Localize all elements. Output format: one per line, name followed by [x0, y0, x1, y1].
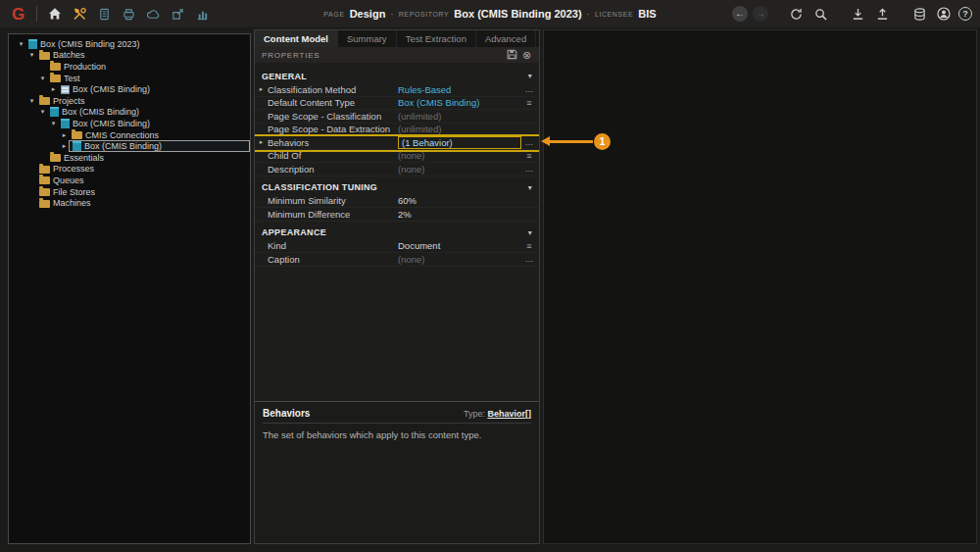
- home-button[interactable]: [45, 4, 65, 24]
- tree-item-essentials[interactable]: Essentials: [9, 152, 250, 164]
- expander-icon[interactable]: ▸: [60, 142, 69, 150]
- tree-item-processes[interactable]: Processes: [9, 164, 250, 176]
- property-label: Kind: [268, 240, 398, 251]
- export-button[interactable]: [168, 4, 187, 24]
- property-row-behaviors[interactable]: ▸ Behaviors (1 Behavior) …: [255, 136, 539, 150]
- property-row-description[interactable]: Description (none) …: [255, 163, 539, 176]
- property-value[interactable]: (unlimited): [398, 111, 521, 122]
- help-button[interactable]: ?: [958, 7, 972, 21]
- menu-button[interactable]: ≡: [521, 151, 537, 161]
- tree-item-root[interactable]: ▾ Box (CMIS Binding 2023): [9, 38, 250, 50]
- section-classification-tuning[interactable]: CLASSIFICATION TUNING ▾: [255, 180, 539, 195]
- back-button[interactable]: ←: [732, 6, 748, 22]
- menu-button[interactable]: ≡: [521, 98, 537, 108]
- menu-button[interactable]: ≡: [521, 241, 537, 251]
- ellipsis-button[interactable]: …: [521, 137, 537, 147]
- property-value[interactable]: Rules-Based: [398, 84, 521, 95]
- expander-icon[interactable]: ▾: [38, 75, 47, 82]
- property-row-minimum-similarity[interactable]: Minimum Similarity 60%: [255, 195, 539, 209]
- close-button[interactable]: ⊗: [522, 50, 532, 61]
- refresh-icon: [790, 8, 803, 21]
- design-tools-button[interactable]: [70, 4, 89, 24]
- notebook-icon: [98, 8, 111, 21]
- expander-icon[interactable]: ▸: [49, 85, 58, 93]
- tab-summary[interactable]: Summary: [338, 30, 397, 47]
- folder-icon: [50, 75, 61, 82]
- help-icon: ?: [962, 9, 968, 19]
- property-value[interactable]: Box (CMIS Binding): [398, 97, 521, 108]
- tree-item-cmis-connections[interactable]: ▸ CMIS Connections: [9, 129, 250, 141]
- search-button[interactable]: [810, 4, 830, 24]
- property-label: Classification Method: [268, 84, 398, 95]
- page-value[interactable]: Design: [350, 8, 386, 20]
- licensee-value[interactable]: BIS: [638, 8, 656, 20]
- properties-title: PROPERTIES: [262, 51, 319, 60]
- chevron-icon[interactable]: ▾: [528, 183, 532, 192]
- tree-item-test[interactable]: ▾ Test: [9, 73, 250, 84]
- upload-button[interactable]: [872, 4, 892, 24]
- repository-value[interactable]: Box (CMIS Binding 2023): [454, 8, 581, 20]
- section-general[interactable]: GENERAL ▾: [255, 69, 539, 83]
- tree-item-batches[interactable]: ▾ Batches: [9, 50, 250, 62]
- tree-item-machines[interactable]: Machines: [9, 197, 250, 209]
- tree-item-test-batch[interactable]: ▸ Box (CMIS Binding): [9, 83, 250, 95]
- property-value[interactable]: 2%: [398, 209, 521, 220]
- expander-icon[interactable]: ▾: [38, 108, 47, 116]
- stats-button[interactable]: [192, 4, 212, 24]
- property-value[interactable]: 60%: [398, 195, 521, 206]
- tree-item-project-box[interactable]: ▾ Box (CMIS Binding): [9, 107, 250, 119]
- property-value[interactable]: Document: [398, 240, 521, 251]
- expander-icon[interactable]: ▾: [17, 40, 25, 48]
- save-button[interactable]: [507, 49, 517, 62]
- expander-icon[interactable]: ▾: [49, 120, 58, 127]
- expander-icon[interactable]: ▸: [60, 131, 69, 139]
- download-button[interactable]: [848, 4, 867, 24]
- notebook-button[interactable]: [94, 4, 114, 24]
- property-row-page-scope-data-extraction[interactable]: Page Scope - Data Extraction (unlimited): [255, 124, 539, 137]
- property-row-default-content-type[interactable]: Default Content Type Box (CMIS Binding) …: [255, 97, 539, 111]
- tree-item-model-box[interactable]: ▾ Box (CMIS Binding): [9, 118, 250, 129]
- scanner-button[interactable]: [119, 4, 138, 24]
- expander-icon[interactable]: ▸: [255, 85, 268, 93]
- property-row-minimum-difference[interactable]: Minimum Difference 2%: [255, 208, 539, 222]
- property-value[interactable]: (none): [398, 164, 521, 175]
- property-value[interactable]: (none): [398, 150, 521, 161]
- expander-icon[interactable]: ▸: [255, 138, 268, 146]
- chevron-icon[interactable]: ▾: [528, 228, 532, 237]
- property-row-classification-method[interactable]: ▸ Classification Method Rules-Based …: [255, 83, 539, 97]
- tab-content-model[interactable]: Content Model: [255, 30, 338, 47]
- tree-item-file-stores[interactable]: File Stores: [9, 186, 250, 198]
- forward-icon: →: [756, 9, 765, 19]
- ellipsis-button[interactable]: …: [521, 254, 537, 264]
- tree-item-queues[interactable]: Queues: [9, 175, 250, 186]
- tree-item-label: Processes: [53, 164, 94, 174]
- refresh-button[interactable]: [786, 4, 806, 24]
- selected-tree-item[interactable]: Box (CMIS Binding): [69, 140, 250, 152]
- expander-icon[interactable]: ▾: [27, 97, 36, 105]
- cloud-button[interactable]: [143, 4, 163, 24]
- property-value[interactable]: (unlimited): [398, 124, 521, 134]
- folder-icon: [50, 154, 61, 162]
- tab-advanced[interactable]: Advanced: [476, 30, 536, 47]
- section-appearance[interactable]: APPEARANCE ▾: [255, 226, 539, 240]
- tree-item-projects[interactable]: ▾ Projects: [9, 95, 250, 107]
- arrow-line: [550, 140, 593, 143]
- type-link[interactable]: Behavior[]: [487, 409, 531, 419]
- ellipsis-button[interactable]: …: [521, 84, 537, 94]
- database-button[interactable]: [909, 4, 929, 24]
- forward-button[interactable]: →: [753, 6, 768, 22]
- annotation-badge: 1: [594, 133, 611, 150]
- property-row-child-of[interactable]: Child Of (none) ≡: [255, 150, 539, 164]
- chevron-icon[interactable]: ▾: [528, 72, 532, 80]
- tab-test-extraction[interactable]: Test Extraction: [397, 30, 476, 47]
- property-value[interactable]: (1 Behavior): [398, 136, 521, 149]
- expander-icon[interactable]: ▾: [27, 51, 36, 59]
- property-row-page-scope-classification[interactable]: Page Scope - Classification (unlimited): [255, 110, 539, 124]
- property-value[interactable]: (none): [398, 254, 521, 265]
- property-row-kind[interactable]: Kind Document ≡: [255, 240, 539, 254]
- ellipsis-button[interactable]: …: [521, 164, 537, 174]
- property-row-caption[interactable]: Caption (none) …: [255, 253, 539, 267]
- user-button[interactable]: [934, 4, 954, 24]
- tree-item-production[interactable]: Production: [9, 61, 250, 73]
- tree-item-model-box-selected[interactable]: ▸ Box (CMIS Binding): [9, 140, 250, 152]
